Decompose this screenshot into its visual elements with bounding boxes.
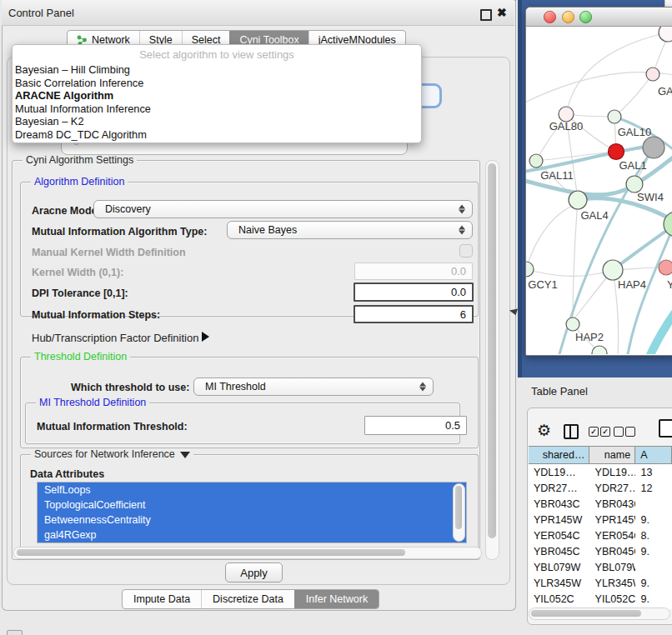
mi-steps-field[interactable]: 6: [354, 305, 474, 323]
mi-type-value: Naive Bayes: [238, 224, 297, 236]
sources-title[interactable]: Sources for Network Inference: [31, 448, 193, 460]
data-attribute-item[interactable]: SelfLoops: [38, 482, 466, 498]
node-label-gal1: GAL1: [619, 159, 646, 172]
mi-threshold-field[interactable]: 0.5: [364, 416, 467, 435]
table-hscrollbar[interactable]: [529, 608, 670, 620]
tab-impute-label: Impute Data: [133, 593, 190, 605]
table-row[interactable]: YPR145W YPR145W 9.: [529, 512, 672, 528]
tab-impute-data[interactable]: Impute Data: [123, 590, 201, 608]
node-swi4[interactable]: [626, 176, 643, 192]
kernel-width-field[interactable]: 0.0: [354, 262, 473, 280]
new-document-icon[interactable]: [659, 419, 672, 438]
mi-type-combo[interactable]: Naive Bayes: [227, 221, 473, 239]
apply-button[interactable]: Apply: [225, 562, 283, 582]
tab-discretize-data[interactable]: Discretize Data: [201, 590, 294, 608]
attributes-scrollbar[interactable]: [453, 483, 465, 542]
data-attribute-item[interactable]: BetweennessCentrality: [38, 512, 466, 528]
screen: Control Panel ✖ Network Style Select Cyn…: [0, 0, 672, 635]
node-gray[interactable]: [643, 137, 664, 158]
node-gal-clipped[interactable]: [646, 68, 659, 81]
unchecked-checkbox-icon[interactable]: [625, 427, 635, 437]
table-row[interactable]: YIL052C YIL052C 9.: [529, 591, 672, 607]
cell-name: YDR27…: [590, 480, 636, 496]
settings-hscrollbar-thumb[interactable]: [17, 549, 405, 556]
table-row[interactable]: YBR043C YBR043C: [529, 496, 672, 512]
mac-close-button[interactable]: [544, 11, 556, 23]
algorithm-dropdown-item[interactable]: Bayesian – Hill Climbing: [13, 63, 421, 77]
which-threshold-combo[interactable]: MI Threshold: [193, 378, 434, 396]
table-hscrollbar-thumb[interactable]: [531, 610, 641, 617]
hub-definition-label[interactable]: Hub/Transcription Factor Definition: [32, 332, 198, 344]
table-row[interactable]: YLR345W YLR345W 9.: [529, 575, 672, 591]
algorithm-dropdown-item[interactable]: ARACNE Algorithm: [13, 89, 421, 102]
cell-clipped: 9.: [635, 543, 672, 559]
network-window-titlebar[interactable]: [526, 8, 672, 27]
data-attribute-item[interactable]: gal4RGexp: [38, 528, 466, 542]
table-row[interactable]: YDL19… YDL19… 13: [529, 464, 672, 480]
table-row[interactable]: YBR045C YBR045C 9.: [529, 543, 672, 559]
column-header-name[interactable]: name: [589, 446, 635, 464]
column-header-shared-name[interactable]: shared…: [529, 446, 589, 464]
cell-shared-name: YER054C: [529, 528, 590, 543]
cell-name: YBR043C: [590, 496, 636, 512]
gear-icon[interactable]: ⚙: [537, 421, 551, 440]
control-panel-titlebar[interactable]: [2, 0, 514, 26]
node-gcy1[interactable]: [526, 262, 534, 277]
algorithm-dropdown-item[interactable]: Basic Correlation Inference: [13, 77, 421, 90]
table-row[interactable]: YER054C YER054C 8.: [529, 528, 672, 543]
network-canvas[interactable]: GAL80 GAL10 GAL1 GAL11 SWI4 GAL4 GCY1 HA…: [526, 27, 672, 354]
algorithm-dropdown-item[interactable]: Dream8 DC_TDC Algorithm: [13, 128, 421, 142]
cell-name: YIL052C: [590, 591, 636, 607]
columns-icon[interactable]: [564, 424, 579, 439]
cell-clipped: [635, 496, 672, 512]
algorithm-dropdown-item[interactable]: Mutual Information Inference: [13, 102, 421, 116]
data-attribute-item[interactable]: TopologicalCoefficient: [38, 498, 466, 512]
settings-hscrollbar[interactable]: [13, 547, 482, 559]
node-hap2[interactable]: [566, 318, 579, 331]
node-label-gal80: GAL80: [549, 120, 583, 132]
dpi-tolerance-label: DPI Tolerance [0,1]:: [32, 288, 128, 299]
table-row[interactable]: YDR27… YDR27… 12: [529, 480, 672, 496]
mac-minimize-button[interactable]: [562, 11, 574, 23]
minimized-panel-grip[interactable]: [7, 630, 23, 635]
kernel-width-label: Kernel Width (0,1):: [32, 267, 123, 278]
aracne-mode-combo[interactable]: Discovery: [93, 200, 473, 218]
node-label-swi4: SWI4: [637, 191, 664, 203]
checked-checkbox-icon[interactable]: ✓: [600, 427, 610, 437]
unchecked-checkbox-icon[interactable]: [614, 427, 624, 437]
data-attributes-label: Data Attributes: [30, 468, 104, 480]
table-header-row: shared… name A: [529, 446, 672, 464]
manual-kernel-label: Manual Kernel Width Definition: [32, 247, 186, 258]
attributes-scrollbar-thumb[interactable]: [455, 486, 462, 529]
sources-title-text: Sources for Network Inference: [34, 448, 175, 460]
node-gal11[interactable]: [529, 154, 543, 168]
node-gal4[interactable]: [569, 191, 587, 209]
mi-threshold-label: Mutual Information Threshold:: [37, 421, 188, 432]
which-threshold-label: Which threshold to use:: [71, 382, 189, 393]
dpi-tolerance-field[interactable]: 0.0: [354, 282, 474, 302]
mac-zoom-button[interactable]: [579, 11, 592, 23]
table-row[interactable]: YBL079W YBL079W: [529, 559, 672, 575]
node-clipped-top[interactable]: [659, 27, 672, 42]
algorithm-dropdown-item[interactable]: Bayesian – K2: [13, 115, 421, 128]
node-salmon[interactable]: [659, 260, 672, 275]
column-header-clipped[interactable]: A: [635, 446, 672, 464]
node-gal1-red[interactable]: [609, 144, 624, 160]
close-icon[interactable]: ✖: [497, 6, 507, 19]
stepper-icon: [459, 205, 465, 214]
cell-name: YLR345W: [590, 575, 636, 591]
cyni-settings-title: Cyni Algorithm Settings: [23, 154, 137, 166]
collapsed-arrow-icon[interactable]: [202, 332, 209, 342]
threshold-definition-title: Threshold Definition: [31, 351, 130, 362]
node-gal10[interactable]: [608, 110, 621, 123]
cell-clipped: 9.: [635, 575, 672, 591]
float-window-icon[interactable]: [480, 9, 492, 21]
algorithm-dropdown-list: Bayesian – Hill ClimbingBasic Correlatio…: [13, 63, 421, 141]
tab-infer-network[interactable]: Infer Network: [294, 590, 379, 608]
tab-discretize-label: Discretize Data: [213, 593, 283, 605]
checked-checkbox-icon[interactable]: ✓: [589, 427, 599, 437]
node-hap4[interactable]: [603, 260, 623, 280]
settings-scrollbar[interactable]: [485, 160, 499, 560]
manual-kernel-checkbox[interactable]: [459, 244, 473, 258]
settings-scrollbar-thumb[interactable]: [488, 163, 496, 538]
